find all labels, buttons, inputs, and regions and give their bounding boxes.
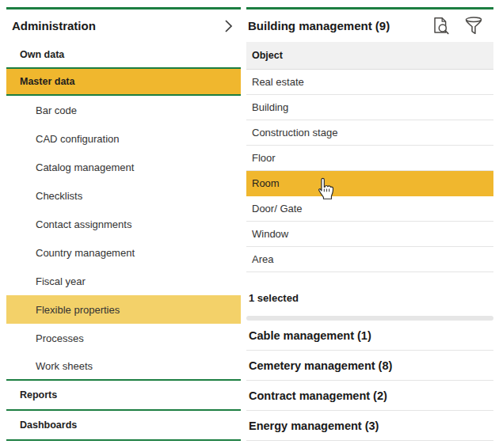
- sidebar-item-dashboards[interactable]: Dashboards: [6, 411, 241, 441]
- chevron-right-icon[interactable]: [222, 19, 234, 33]
- app-window: Administration Own data Master data Bar …: [0, 0, 499, 448]
- table-row-room[interactable]: Room: [246, 171, 493, 196]
- selection-status: 1 selected: [246, 290, 493, 306]
- section-header-contract-management[interactable]: Contract management (2): [246, 381, 493, 411]
- section-header-energy-management[interactable]: Energy management (3): [246, 411, 493, 441]
- sidebar-item-own-data[interactable]: Own data: [6, 42, 241, 69]
- sidebar-item-processes[interactable]: Processes: [6, 324, 241, 352]
- table-row-door-gate[interactable]: Door/ Gate: [246, 196, 493, 222]
- object-panel: Building management (9): [246, 7, 493, 441]
- sidebar-item-country-management[interactable]: Country management: [6, 238, 241, 267]
- table-row-floor[interactable]: Floor: [246, 146, 493, 171]
- filter-icon[interactable]: [463, 16, 484, 36]
- sidebar-item-contact-assignments[interactable]: Contact assignments: [6, 210, 241, 238]
- panel-header[interactable]: Building management (9): [246, 9, 493, 42]
- sidebar-item-work-sheets[interactable]: Work sheets: [6, 352, 241, 381]
- section-header-cemetery-management[interactable]: Cemetery management (8): [246, 351, 493, 381]
- table-row-building[interactable]: Building: [246, 95, 493, 120]
- document-preview-icon[interactable]: [430, 16, 451, 36]
- sidebar-item-flexible-properties[interactable]: Flexible properties: [6, 295, 241, 324]
- sidebar-item-cad-configuration[interactable]: CAD configuration: [6, 124, 241, 153]
- sidebar-header[interactable]: Administration: [6, 9, 241, 42]
- section-title-building-management: Building management (9): [248, 19, 430, 32]
- sidebar-item-bar-code[interactable]: Bar code: [6, 96, 241, 124]
- table-row-area[interactable]: Area: [246, 247, 493, 272]
- sidebar-item-checklists[interactable]: Checklists: [6, 181, 241, 210]
- sidebar-item-master-data[interactable]: Master data: [6, 69, 241, 96]
- sidebar-title: Administration: [12, 19, 96, 32]
- sidebar-item-fiscal-year[interactable]: Fiscal year: [6, 267, 241, 295]
- table-row-construction-stage[interactable]: Construction stage: [246, 120, 493, 146]
- sidebar: Administration Own data Master data Bar …: [6, 7, 241, 441]
- column-header-object[interactable]: Object: [246, 42, 493, 70]
- table-row-window[interactable]: Window: [246, 222, 493, 247]
- sidebar-item-catalog-management[interactable]: Catalog management: [6, 153, 241, 181]
- table-row-real-estate[interactable]: Real estate: [246, 70, 493, 95]
- sidebar-item-reports[interactable]: Reports: [6, 381, 241, 411]
- section-header-cable-management[interactable]: Cable management (1): [246, 321, 493, 351]
- panel-toolbar: [430, 16, 492, 36]
